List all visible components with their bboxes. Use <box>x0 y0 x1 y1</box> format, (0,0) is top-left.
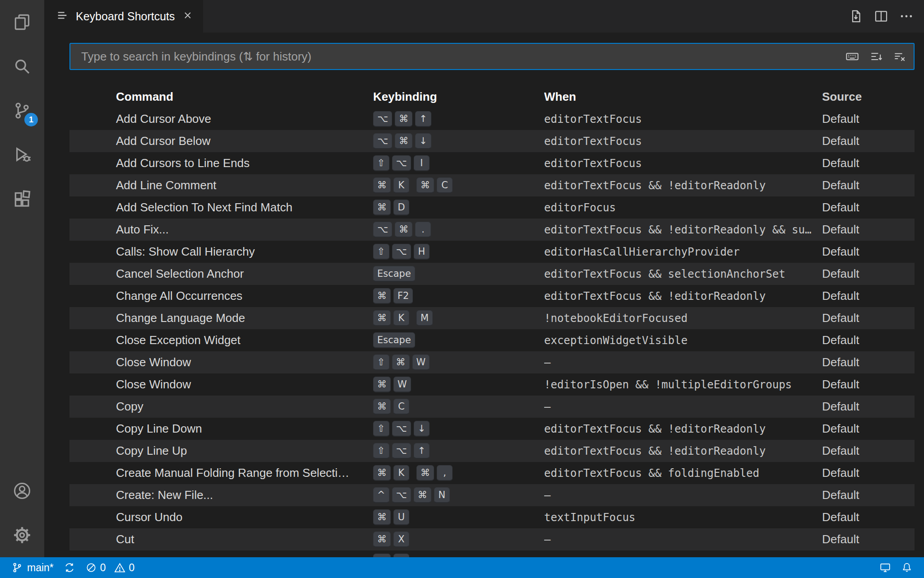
key-chord: ⇧⌘W <box>373 354 430 370</box>
header-command[interactable]: Command <box>69 90 373 104</box>
keybinding-chips: ⌘KM <box>373 310 544 326</box>
source-label: Default <box>822 466 915 480</box>
keybinding-row[interactable]: Create: New File...^⌥⌘N–Default <box>69 484 915 506</box>
header-when[interactable]: When <box>544 90 822 104</box>
source-label: Default <box>822 112 915 126</box>
branch-status-item[interactable]: main* <box>6 557 59 578</box>
keybinding-row[interactable]: Create Manual Folding Range from Selecti… <box>69 462 915 484</box>
when-expression: editorTextFocus && foldingEnabled <box>544 467 822 480</box>
search-view-button[interactable] <box>0 44 44 89</box>
activity-bar: 1 <box>0 0 44 557</box>
accounts-button[interactable] <box>0 469 44 513</box>
sync-status-item[interactable] <box>59 557 80 578</box>
keybinding-chips: ⌘D <box>373 200 544 215</box>
key-chip: ⌘ <box>373 288 391 304</box>
key-chip: ⌘ <box>373 531 391 547</box>
clear-search-input-icon[interactable] <box>893 50 906 63</box>
status-bar: main* 0 <box>0 557 924 578</box>
keybinding-row[interactable]: Copy Line Up⇧⌥↑editorTextFocus && !edito… <box>69 440 915 462</box>
keybinding-row[interactable]: Add Cursor Above⌥⌘↑editorTextFocusDefaul… <box>69 108 915 130</box>
status-bar-right <box>874 562 918 573</box>
keybinding-chips: ⇧⌥↑ <box>373 443 544 459</box>
key-chip: ⌘ <box>373 465 391 481</box>
keybindings-rows: Add Cursor Above⌥⌘↑editorTextFocusDefaul… <box>69 108 915 557</box>
tab-close-icon[interactable] <box>182 10 193 23</box>
source-label: Default <box>822 223 915 237</box>
keybinding-chips: ⌘K <box>373 554 544 557</box>
keybinding-row[interactable]: Change All Occurrences⌘F2editorTextFocus… <box>69 285 915 307</box>
record-keys-keyboard-icon[interactable] <box>845 49 859 64</box>
keybinding-row[interactable]: Cut⌘X–Default <box>69 528 915 550</box>
vscode-window: 1 <box>0 0 924 578</box>
keybinding-row[interactable]: Add Selection To Next Find Match⌘Deditor… <box>69 196 915 219</box>
key-chord: ^⌥⌘N <box>373 487 450 503</box>
key-chord: ⌘C <box>416 177 453 193</box>
keybinding-chips: ⌘X <box>373 531 544 547</box>
manage-button[interactable] <box>0 513 44 557</box>
keybinding-chips: ⌘C <box>373 399 544 415</box>
keybinding-chips: ⌘W <box>373 377 544 392</box>
keybinding-row[interactable]: Close Window⌘W!editorIsOpen && !multiple… <box>69 373 915 396</box>
sort-by-precedence-icon[interactable] <box>869 50 883 63</box>
run-and-debug-view-button[interactable] <box>0 133 44 177</box>
source-label: Default <box>822 333 915 347</box>
key-chip: ⌘ <box>373 177 391 193</box>
header-source[interactable]: Source <box>822 90 915 104</box>
keybinding-row[interactable]: Close Exception WidgetEscapeexceptionWid… <box>69 329 915 351</box>
keybinding-chips: ⌥⌘↑ <box>373 111 544 127</box>
keybindings-search-input[interactable] <box>80 49 845 64</box>
key-chip: ⇧ <box>373 354 389 370</box>
keybinding-row[interactable]: Cursor Undo⌘UtextInputFocusDefault <box>69 506 915 528</box>
extensions-view-button[interactable] <box>0 177 44 221</box>
key-chord: ⇧⌥↑ <box>373 443 430 459</box>
keybinding-row[interactable]: Add Line Comment⌘K⌘CeditorTextFocus && !… <box>69 174 915 196</box>
keybinding-chips: ⌥⌘↓ <box>373 133 544 149</box>
header-keybinding[interactable]: Keybinding <box>373 90 544 104</box>
keybinding-row[interactable]: Add Cursor Below⌥⌘↓editorTextFocusDefaul… <box>69 130 915 152</box>
source-control-view-button[interactable]: 1 <box>0 89 44 133</box>
keybinding-row[interactable]: ⌘K <box>69 550 915 557</box>
when-expression: textInputFocus <box>544 511 822 524</box>
open-keybindings-json-icon[interactable] <box>848 9 864 24</box>
key-chip: C <box>437 177 453 193</box>
key-chip: K <box>393 465 409 481</box>
source-label: Default <box>822 444 915 458</box>
tab-bar: Keyboard Shortcuts <box>44 0 924 33</box>
notifications-bell-icon <box>901 562 913 573</box>
command-label: Calls: Show Call Hierarchy <box>69 245 373 259</box>
keybinding-chips: Escape <box>373 266 544 282</box>
keybinding-chips: ⌘K⌘C <box>373 177 544 193</box>
keybindings-table: Command Keybinding When Source Add Curso… <box>69 70 915 557</box>
keybinding-row[interactable]: Add Cursors to Line Ends⇧⌥IeditorTextFoc… <box>69 152 915 174</box>
keybinding-row[interactable]: Auto Fix...⌥⌘.editorTextFocus && !editor… <box>69 219 915 241</box>
keybinding-row[interactable]: Close Window⇧⌘W–Default <box>69 351 915 373</box>
more-actions-icon[interactable] <box>899 9 914 24</box>
key-chip: ⌥ <box>392 421 411 437</box>
keybinding-row[interactable]: Copy⌘C–Default <box>69 396 915 418</box>
tab-keyboard-shortcuts[interactable]: Keyboard Shortcuts <box>44 0 203 33</box>
remote-indicator-item[interactable] <box>874 562 896 573</box>
key-chord: ⌘C <box>373 399 409 415</box>
key-chip: ⌘ <box>395 111 412 127</box>
source-label: Default <box>822 156 915 170</box>
keybinding-row[interactable]: Change Language Mode⌘KM!notebookEditorFo… <box>69 307 915 329</box>
command-label: Copy Line Down <box>69 422 373 436</box>
keybinding-row[interactable]: Cancel Selection AnchorEscapeeditorTextF… <box>69 263 915 285</box>
source-label: Default <box>822 422 915 436</box>
source-label: Default <box>822 355 915 369</box>
problems-status-item[interactable]: 0 0 <box>80 557 144 578</box>
explorer-view-button[interactable] <box>0 0 44 44</box>
notifications-item[interactable] <box>896 562 918 573</box>
key-chip: ↑ <box>415 111 431 127</box>
keybinding-chips: ⌘U <box>373 509 544 525</box>
keybinding-row[interactable]: Copy Line Down⇧⌥↓editorTextFocus && !edi… <box>69 418 915 440</box>
split-editor-icon[interactable] <box>873 9 889 24</box>
when-expression: – <box>544 489 822 502</box>
keybinding-row[interactable]: Calls: Show Call Hierarchy⇧⌥HeditorHasCa… <box>69 241 915 263</box>
error-count: 0 <box>100 562 106 574</box>
sync-icon <box>64 562 75 573</box>
key-chip: ⌥ <box>373 133 392 149</box>
source-label: Default <box>822 400 915 414</box>
files-icon <box>12 12 32 32</box>
command-label: Copy <box>69 400 373 414</box>
